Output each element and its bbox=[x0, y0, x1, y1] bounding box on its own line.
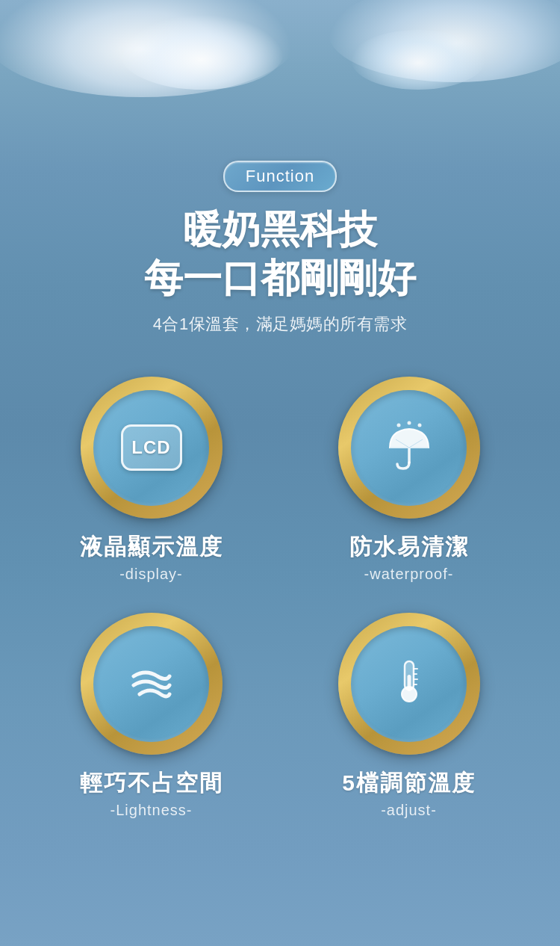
feature-adjust: 5檔調節溫度 -adjust- bbox=[302, 613, 515, 819]
features-grid: LCD 液晶顯示溫度 -display- bbox=[0, 377, 560, 819]
feature-main-label-lightness: 輕巧不占空間 bbox=[80, 768, 223, 799]
umbrella-icon bbox=[382, 419, 436, 476]
icon-inner-waterproof bbox=[351, 390, 467, 506]
icon-outer-lightness bbox=[81, 613, 223, 755]
thermometer-icon bbox=[382, 655, 436, 712]
feature-text-display: 液晶顯示溫度 -display- bbox=[80, 532, 223, 583]
feature-display: LCD 液晶顯示溫度 -display- bbox=[45, 377, 258, 583]
feature-text-waterproof: 防水易清潔 -waterproof- bbox=[349, 532, 469, 583]
feature-sub-label-waterproof: -waterproof- bbox=[349, 566, 469, 583]
feature-sub-label-lightness: -Lightness- bbox=[80, 802, 223, 819]
lcd-icon: LCD bbox=[121, 424, 182, 471]
svg-point-1 bbox=[396, 424, 400, 427]
hero-title: 暖奶黑科技 每一口都剛剛好 bbox=[144, 205, 416, 303]
svg-point-3 bbox=[417, 424, 421, 427]
feature-main-label-adjust: 5檔調節溫度 bbox=[342, 768, 476, 799]
icon-outer-waterproof bbox=[338, 377, 480, 519]
feature-main-label-display: 液晶顯示溫度 bbox=[80, 532, 223, 563]
feature-lightness: 輕巧不占空間 -Lightness- bbox=[45, 613, 258, 819]
main-content: Function 暖奶黑科技 每一口都剛剛好 4合1保溫套，滿足媽媽的所有需求 … bbox=[0, 0, 560, 946]
icon-outer-adjust bbox=[338, 613, 480, 755]
icon-inner-display: LCD bbox=[93, 390, 209, 506]
feature-main-label-waterproof: 防水易清潔 bbox=[349, 532, 469, 563]
icon-inner-lightness bbox=[93, 626, 209, 742]
svg-point-2 bbox=[407, 421, 411, 425]
feature-waterproof: 防水易清潔 -waterproof- bbox=[302, 377, 515, 583]
icon-outer-display: LCD bbox=[81, 377, 223, 519]
hero-title-line1: 暖奶黑科技 bbox=[144, 205, 416, 254]
feature-text-adjust: 5檔調節溫度 -adjust- bbox=[342, 768, 476, 819]
function-badge: Function bbox=[223, 161, 337, 192]
hero-title-line2: 每一口都剛剛好 bbox=[144, 254, 416, 303]
wind-icon bbox=[125, 655, 178, 712]
feature-sub-label-adjust: -adjust- bbox=[342, 802, 476, 819]
feature-sub-label-display: -display- bbox=[80, 566, 223, 583]
hero-subtitle: 4合1保溫套，滿足媽媽的所有需求 bbox=[153, 313, 407, 336]
feature-text-lightness: 輕巧不占空間 -Lightness- bbox=[80, 768, 223, 819]
icon-inner-adjust bbox=[351, 626, 467, 742]
lcd-label: LCD bbox=[131, 437, 170, 458]
svg-point-10 bbox=[402, 687, 417, 702]
